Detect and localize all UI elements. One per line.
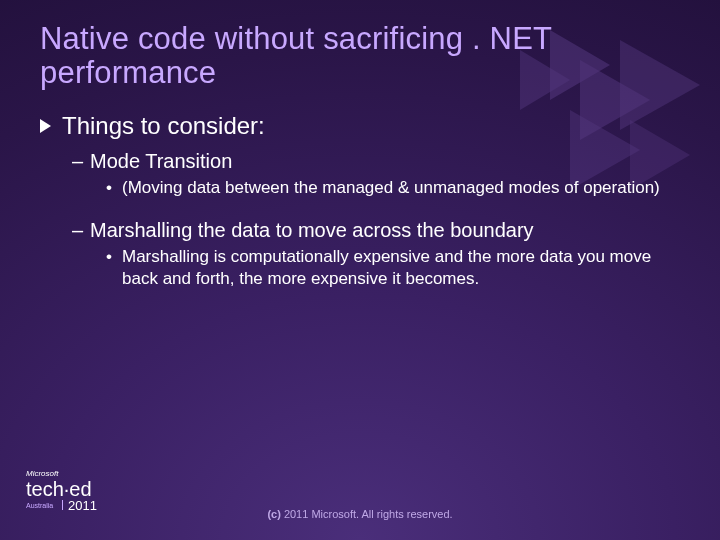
copyright-bold: (c) (267, 508, 280, 520)
bullet-level2: Mode Transition (72, 150, 680, 173)
bullet-level2: Marshalling the data to move across the … (72, 219, 680, 242)
bullet-level2-text: Marshalling the data to move across the … (90, 219, 534, 241)
bullet-group: Mode Transition (Moving data between the… (40, 150, 680, 199)
bullet-level3: (Moving data between the managed & unman… (106, 177, 666, 199)
bullet-level2-text: Mode Transition (90, 150, 232, 172)
copyright-rest: 2011 Microsoft. All rights reserved. (281, 508, 453, 520)
slide-title: Native code without sacrificing . NET pe… (40, 22, 680, 90)
brand-logo: Microsoft tech·ed Australia 2011 (26, 466, 126, 514)
bullet-level1: Things to consider: (40, 112, 680, 140)
arrow-icon (40, 119, 51, 133)
bullet-level3-text: Marshalling is computationally expensive… (122, 247, 651, 288)
slide-content: Native code without sacrificing . NET pe… (0, 0, 720, 540)
copyright: (c) 2011 Microsoft. All rights reserved. (0, 508, 720, 520)
brand-main-text: tech·ed (26, 478, 92, 500)
brand-top-text: Microsoft (26, 469, 59, 478)
bullet-level3-text: (Moving data between the managed & unman… (122, 178, 660, 197)
bullet-level3: Marshalling is computationally expensive… (106, 246, 666, 290)
bullet-group: Marshalling the data to move across the … (40, 219, 680, 290)
bullet-level1-text: Things to consider: (62, 112, 265, 139)
